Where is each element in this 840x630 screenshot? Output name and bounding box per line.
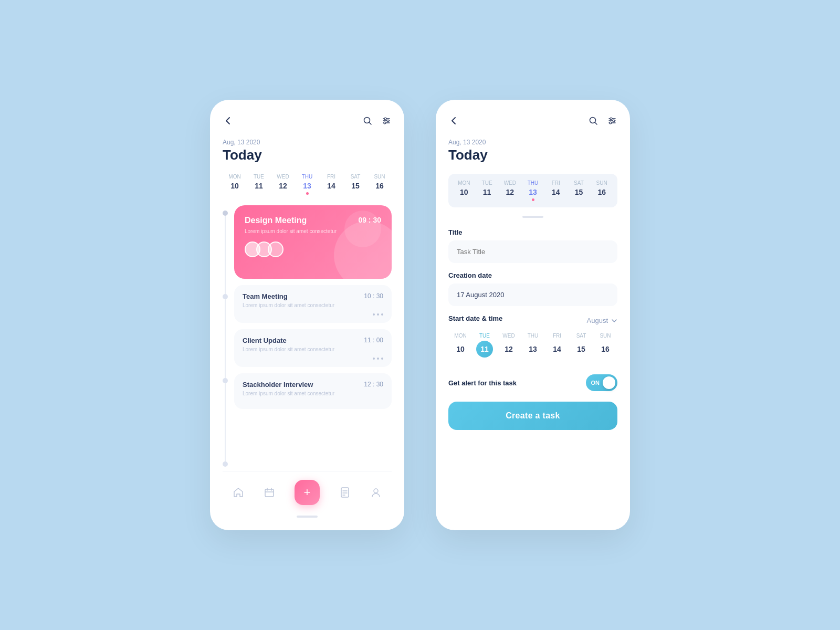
svg-point-4 bbox=[384, 118, 386, 120]
mini-cal-day-14[interactable]: FRI 14 bbox=[545, 333, 569, 358]
left-tasks-list: Design Meeting 09 : 30 Lorem ipsum dolor… bbox=[234, 205, 392, 467]
left-cal-day-16[interactable]: SUN 16 bbox=[368, 174, 392, 195]
start-date-section: Start date & time August MON 10 TUE 11 W… bbox=[448, 314, 617, 366]
timeline-dot-4 bbox=[223, 461, 228, 467]
toggle-label: ON bbox=[591, 380, 600, 386]
task-card-2[interactable]: Stackholder Interview 12 : 30 Lorem ipsu… bbox=[234, 373, 392, 409]
svg-point-15 bbox=[374, 489, 378, 493]
svg-point-20 bbox=[610, 118, 612, 120]
left-cal-day-15[interactable]: SAT 15 bbox=[343, 174, 368, 195]
task-name-2: Stackholder Interview bbox=[243, 381, 313, 388]
task-card-1[interactable]: Client Update 11 : 00 Lorem ipsum dolor … bbox=[234, 329, 392, 367]
start-date-label: Start date & time bbox=[448, 314, 502, 322]
svg-point-5 bbox=[387, 120, 389, 122]
task-dots-1 bbox=[243, 358, 383, 360]
timeline-line-1 bbox=[225, 216, 226, 294]
left-header bbox=[223, 116, 392, 126]
title-input[interactable] bbox=[448, 240, 617, 263]
right-filter-icon[interactable] bbox=[607, 116, 617, 126]
mini-cal-day-13[interactable]: THU 13 bbox=[521, 333, 545, 358]
nav-calendar[interactable] bbox=[264, 487, 275, 498]
left-back-button[interactable] bbox=[223, 116, 233, 126]
task-time-0: 10 : 30 bbox=[364, 292, 383, 300]
mini-cal-day-11[interactable]: TUE 11 bbox=[472, 333, 497, 358]
mini-calendar: MON 10 TUE 11 WED 12 THU 13 FRI 14 SAT 1… bbox=[448, 333, 617, 358]
right-cal-active-dot bbox=[532, 198, 534, 201]
left-tasks-area: Design Meeting 09 : 30 Lorem ipsum dolor… bbox=[223, 205, 392, 467]
mini-cal-day-16[interactable]: SUN 16 bbox=[593, 333, 617, 358]
right-panel: Aug, 13 2020 Today MON 10 TUE 11 WED 12 … bbox=[436, 100, 630, 530]
left-filter-icon[interactable] bbox=[381, 116, 392, 126]
nav-home[interactable] bbox=[233, 487, 244, 498]
left-cal-day-13[interactable]: THU 13 bbox=[295, 174, 319, 195]
right-cal-day-11[interactable]: TUE 11 bbox=[476, 180, 499, 201]
right-date-title: Today bbox=[448, 147, 617, 163]
right-date-sub: Aug, 13 2020 bbox=[448, 139, 617, 146]
mini-cal-day-15[interactable]: SAT 15 bbox=[569, 333, 593, 358]
dot-2 bbox=[377, 313, 379, 316]
right-drag-handle bbox=[522, 216, 543, 218]
right-cal-day-12[interactable]: WED 12 bbox=[498, 180, 521, 201]
timeline-dot-3 bbox=[223, 378, 228, 383]
left-cal-day-12[interactable]: WED 12 bbox=[271, 174, 295, 195]
svg-point-21 bbox=[613, 120, 615, 122]
task-name-1: Client Update bbox=[243, 337, 287, 344]
toggle-thumb bbox=[603, 376, 615, 389]
task-name-0: Team Meeting bbox=[243, 292, 288, 300]
nav-docs[interactable] bbox=[339, 487, 351, 498]
left-cal-day-10[interactable]: MON 10 bbox=[223, 174, 247, 195]
svg-rect-11 bbox=[341, 488, 349, 497]
timeline-dot-1 bbox=[223, 211, 228, 216]
page-wrapper: Aug, 13 2020 Today MON 10 TUE 11 WED 12 … bbox=[0, 0, 840, 630]
creation-date-label: Creation date bbox=[448, 271, 617, 279]
featured-task-card[interactable]: Design Meeting 09 : 30 Lorem ipsum dolor… bbox=[234, 205, 392, 279]
chevron-down-icon bbox=[611, 318, 617, 324]
left-cal-day-11[interactable]: TUE 11 bbox=[247, 174, 271, 195]
alert-toggle[interactable]: ON bbox=[586, 374, 618, 391]
featured-task-time: 09 : 30 bbox=[358, 216, 381, 224]
dot-5 bbox=[377, 358, 379, 360]
right-calendar-row: MON 10 TUE 11 WED 12 THU 13 FRI 14 SAT 1… bbox=[453, 180, 613, 201]
right-back-button[interactable] bbox=[448, 116, 459, 126]
right-cal-day-13[interactable]: THU 13 bbox=[521, 180, 544, 201]
create-task-button[interactable]: Create a task bbox=[448, 402, 617, 430]
dot-6 bbox=[381, 358, 383, 360]
task-card-0[interactable]: Team Meeting 10 : 30 Lorem ipsum dolor s… bbox=[234, 285, 392, 323]
task-card-header-1: Client Update 11 : 00 bbox=[243, 337, 383, 344]
title-label: Title bbox=[448, 228, 617, 236]
task-time-2: 12 : 30 bbox=[364, 381, 383, 388]
right-cal-strip-wrapper: MON 10 TUE 11 WED 12 THU 13 FRI 14 SAT 1… bbox=[448, 174, 617, 207]
month-label: August bbox=[587, 317, 608, 324]
task-card-header-0: Team Meeting 10 : 30 bbox=[243, 292, 383, 300]
featured-task-title: Design Meeting bbox=[245, 216, 381, 225]
dot-4 bbox=[373, 358, 375, 360]
right-cal-day-14[interactable]: FRI 14 bbox=[544, 180, 568, 201]
timeline-dot-2 bbox=[223, 294, 228, 299]
nav-add-button[interactable]: + bbox=[295, 480, 320, 505]
left-cal-day-14[interactable]: FRI 14 bbox=[319, 174, 343, 195]
right-cal-day-10[interactable]: MON 10 bbox=[453, 180, 476, 201]
task-dots-0 bbox=[243, 313, 383, 316]
left-search-icon[interactable] bbox=[362, 116, 373, 126]
svg-point-0 bbox=[364, 118, 370, 123]
right-cal-day-16[interactable]: SUN 16 bbox=[590, 180, 613, 201]
mini-cal-day-10[interactable]: MON 10 bbox=[448, 333, 472, 358]
right-header-icons bbox=[588, 116, 617, 126]
month-selector[interactable]: August bbox=[587, 317, 617, 324]
title-section: Title bbox=[448, 228, 617, 263]
right-cal-day-15[interactable]: SAT 15 bbox=[568, 180, 591, 201]
right-search-icon[interactable] bbox=[588, 116, 598, 126]
nav-profile[interactable] bbox=[370, 487, 382, 498]
timeline-line-2 bbox=[225, 299, 226, 377]
left-date-title: Today bbox=[223, 147, 392, 163]
home-indicator bbox=[297, 516, 318, 518]
creation-date-value: 17 August 2020 bbox=[448, 284, 617, 306]
mini-cal-day-12[interactable]: WED 12 bbox=[497, 333, 521, 358]
avatar-group bbox=[245, 242, 381, 257]
start-date-header: Start date & time August bbox=[448, 314, 617, 327]
timeline-line-3 bbox=[225, 383, 226, 461]
left-calendar-row: MON 10 TUE 11 WED 12 THU 13 FRI 14 SAT 1… bbox=[223, 174, 392, 195]
cal-active-dot bbox=[306, 192, 309, 195]
dot-1 bbox=[373, 313, 375, 316]
left-timeline bbox=[223, 205, 228, 467]
